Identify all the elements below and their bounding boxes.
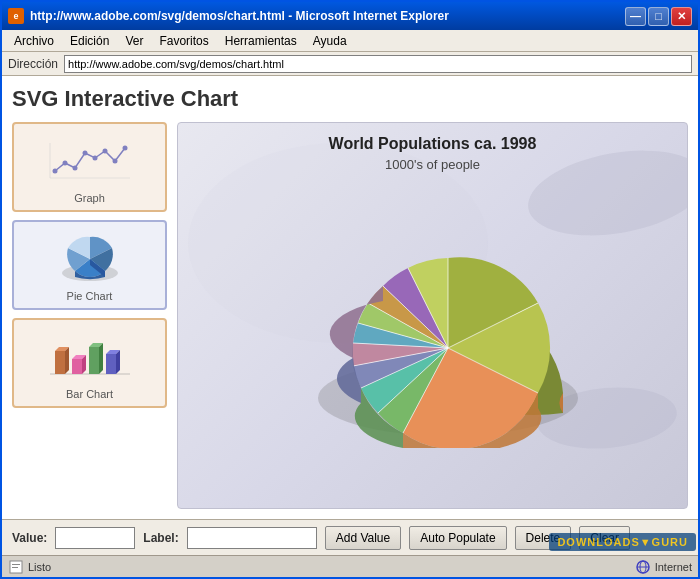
bar-label: Bar Chart: [66, 388, 113, 400]
graph-label: Graph: [74, 192, 105, 204]
chart-subtitle: 1000's of people: [385, 157, 480, 172]
title-bar: e http://www.adobe.com/svg/demos/chart.h…: [2, 2, 698, 30]
svg-rect-24: [106, 354, 116, 374]
maximize-button[interactable]: □: [648, 7, 669, 26]
menu-ver[interactable]: Ver: [117, 32, 151, 50]
browser-window: e http://www.adobe.com/svg/demos/chart.h…: [0, 0, 700, 579]
svg-rect-0: [40, 133, 140, 188]
address-bar: Dirección: [2, 52, 698, 76]
status-right: Internet: [635, 559, 692, 575]
bar-thumb-svg: [40, 329, 140, 384]
bar-thumb[interactable]: Bar Chart: [12, 318, 167, 408]
svg-point-4: [62, 160, 67, 165]
svg-rect-21: [89, 347, 99, 374]
svg-rect-41: [12, 564, 20, 565]
status-page-icon: [8, 559, 24, 575]
pie-canvas: [20, 228, 159, 288]
pie-thumb[interactable]: Pie Chart: [12, 220, 167, 310]
svg-point-10: [122, 145, 127, 150]
chart-selector: Graph: [12, 122, 167, 509]
graph-canvas: [20, 130, 159, 190]
svg-rect-18: [72, 359, 82, 374]
address-label: Dirección: [8, 57, 58, 71]
address-input[interactable]: [64, 55, 692, 73]
internet-icon: [635, 559, 651, 575]
bar-canvas: [20, 326, 159, 386]
graph-thumb[interactable]: Graph: [12, 122, 167, 212]
svg-point-5: [72, 165, 77, 170]
add-value-button[interactable]: Add Value: [325, 526, 402, 550]
menu-favoritos[interactable]: Favoritos: [151, 32, 216, 50]
value-label: Value:: [12, 531, 47, 545]
zone-text: Internet: [655, 561, 692, 573]
svg-point-7: [92, 155, 97, 160]
main-pie-chart: [253, 228, 613, 448]
main-chart-container: [253, 180, 613, 496]
menu-ayuda[interactable]: Ayuda: [305, 32, 355, 50]
minimize-button[interactable]: —: [625, 7, 646, 26]
menu-archivo[interactable]: Archivo: [6, 32, 62, 50]
pie-thumb-svg: [50, 231, 130, 286]
window-title: http://www.adobe.com/svg/demos/chart.htm…: [30, 9, 619, 23]
label-input[interactable]: [187, 527, 317, 549]
menu-herramientas[interactable]: Herramientas: [217, 32, 305, 50]
svg-point-6: [82, 150, 87, 155]
svg-rect-15: [55, 351, 65, 374]
status-text: Listo: [28, 561, 51, 573]
window-controls: — □ ✕: [625, 7, 692, 26]
watermark: DOWNLOADS▼GURU: [549, 533, 696, 551]
page-content: SVG Interactive Chart: [2, 76, 698, 519]
menu-edicion[interactable]: Edición: [62, 32, 117, 50]
content-area: SVG Interactive Chart: [2, 76, 698, 555]
browser-icon: e: [8, 8, 24, 24]
page-title: SVG Interactive Chart: [12, 86, 688, 112]
status-bar: Listo Internet: [2, 555, 698, 577]
svg-point-9: [112, 158, 117, 163]
pie-label: Pie Chart: [67, 290, 113, 302]
chart-display: World Populations ca. 1998 1000's of peo…: [177, 122, 688, 509]
graph-svg: [40, 133, 140, 188]
auto-populate-button[interactable]: Auto Populate: [409, 526, 506, 550]
svg-marker-17: [65, 347, 69, 374]
label-label: Label:: [143, 531, 178, 545]
close-button[interactable]: ✕: [671, 7, 692, 26]
main-layout: Graph: [12, 122, 688, 509]
chart-title: World Populations ca. 1998: [329, 135, 537, 153]
value-input[interactable]: [55, 527, 135, 549]
menu-bar: Archivo Edición Ver Favoritos Herramient…: [2, 30, 698, 52]
svg-marker-26: [116, 350, 120, 374]
svg-rect-42: [12, 567, 18, 568]
svg-point-8: [102, 148, 107, 153]
svg-marker-23: [99, 343, 103, 374]
svg-point-3: [52, 168, 57, 173]
